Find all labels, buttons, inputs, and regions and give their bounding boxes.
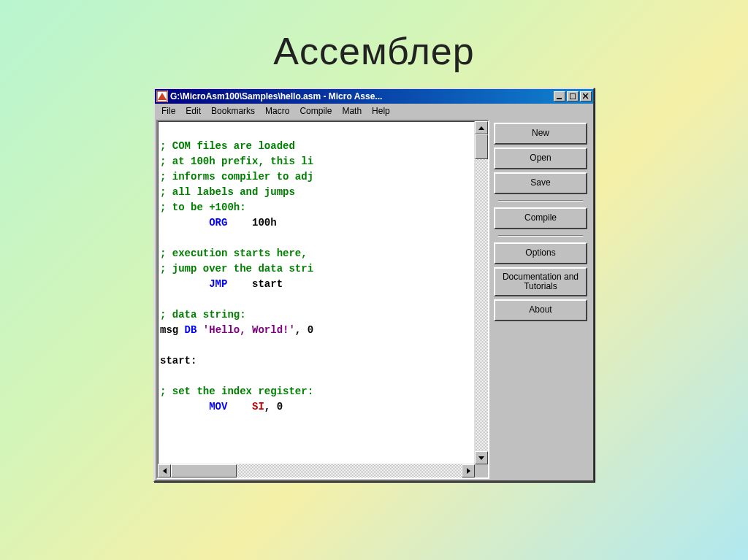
save-button[interactable]: Save — [494, 172, 587, 194]
menu-macro[interactable]: Macro — [260, 104, 294, 118]
scroll-thumb-v[interactable] — [475, 134, 488, 159]
code-line: ; execution starts here, — [160, 248, 308, 259]
slide-title: Ассемблер — [0, 0, 748, 88]
arrow-up-icon — [478, 126, 484, 130]
close-button[interactable] — [580, 91, 592, 101]
code-line: ; at 100h prefix, this li — [160, 156, 313, 167]
menu-compile[interactable]: Compile — [294, 104, 337, 118]
app-icon — [156, 91, 168, 102]
code-content: ; COM files are loaded ; at 100h prefix,… — [159, 122, 474, 416]
code-line: ; set the index register: — [160, 386, 313, 397]
scroll-track-v[interactable] — [475, 134, 488, 451]
code-line: msg DB 'Hello, World!', 0 — [160, 324, 313, 336]
arrow-left-icon — [163, 468, 167, 474]
minimize-button[interactable] — [554, 91, 565, 101]
menu-file[interactable]: File — [156, 104, 180, 118]
open-button[interactable]: Open — [494, 147, 587, 169]
svg-rect-4 — [570, 93, 576, 99]
scroll-up-button[interactable] — [475, 121, 488, 134]
docs-button[interactable]: Documentation and Tutorials — [494, 267, 587, 296]
separator — [498, 200, 583, 202]
code-line: JMP start — [160, 278, 283, 290]
horizontal-scrollbar[interactable] — [158, 464, 475, 477]
options-button[interactable]: Options — [494, 242, 587, 264]
arrow-down-icon — [478, 456, 484, 460]
menu-edit[interactable]: Edit — [180, 104, 206, 118]
code-line: ; informs compiler to adj — [160, 171, 313, 183]
arrow-right-icon — [467, 468, 470, 474]
code-line: ; data string: — [160, 309, 246, 321]
compile-button[interactable]: Compile — [494, 207, 587, 229]
window-title: G:\MicroAsm100\Samples\hello.asm - Micro… — [170, 91, 552, 101]
titlebar[interactable]: G:\MicroAsm100\Samples\hello.asm - Micro… — [155, 89, 593, 104]
scroll-corner — [475, 464, 488, 477]
code-line: ORG 100h — [160, 217, 277, 229]
side-panel: New Open Save Compile Options Documentat… — [489, 120, 592, 479]
code-line: MOV SI, 0 — [160, 401, 283, 413]
code-editor[interactable]: ; COM files are loaded ; at 100h prefix,… — [158, 121, 475, 464]
client-area: ; COM files are loaded ; at 100h prefix,… — [155, 118, 593, 480]
scroll-track-h[interactable] — [171, 464, 462, 477]
menu-math[interactable]: Math — [337, 104, 367, 118]
separator — [498, 235, 583, 237]
scroll-left-button[interactable] — [158, 464, 171, 477]
maximize-button[interactable] — [567, 91, 579, 101]
about-button[interactable]: About — [494, 299, 587, 321]
menu-bookmarks[interactable]: Bookmarks — [206, 104, 260, 118]
editor-frame: ; COM files are loaded ; at 100h prefix,… — [156, 120, 489, 479]
scroll-down-button[interactable] — [475, 451, 488, 464]
code-line: ; jump over the data stri — [160, 263, 313, 275]
code-line: ; all labels and jumps — [160, 186, 295, 198]
menu-help[interactable]: Help — [367, 104, 395, 118]
scroll-right-button[interactable] — [462, 464, 475, 477]
code-line: ; to be +100h: — [160, 202, 246, 213]
vertical-scrollbar[interactable] — [475, 121, 488, 464]
scroll-thumb-h[interactable] — [171, 464, 237, 477]
window-controls — [552, 91, 592, 101]
code-line: ; COM files are loaded — [160, 140, 295, 152]
menubar: File Edit Bookmarks Macro Compile Math H… — [155, 104, 593, 118]
code-line: start: — [160, 355, 196, 367]
app-window: G:\MicroAsm100\Samples\hello.asm - Micro… — [153, 88, 595, 482]
new-button[interactable]: New — [494, 123, 587, 145]
svg-rect-3 — [557, 98, 562, 99]
